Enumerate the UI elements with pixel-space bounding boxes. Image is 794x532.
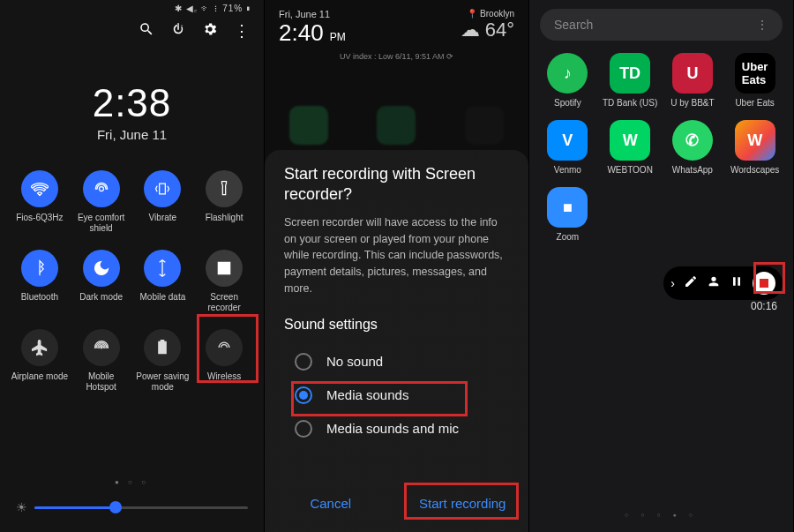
radio-media-sounds[interactable]: Media sounds — [288, 378, 509, 412]
qs-label: Screen recorder — [195, 292, 253, 313]
battery-icon — [144, 329, 181, 366]
clock-date: Fri, June 11 — [0, 127, 264, 142]
qs-label: Fios-6Q3Hz — [16, 213, 63, 223]
brightness-slider[interactable]: ☀ — [16, 500, 248, 514]
clock-time: 2:38 — [0, 81, 264, 125]
qs-tile-hotspot[interactable]: Mobile Hotspot — [72, 329, 131, 393]
app-whatsapp[interactable]: ✆WhatsApp — [663, 120, 723, 175]
app-label: TD Bank (US) — [603, 98, 657, 108]
app-icon: ♪ — [547, 53, 588, 94]
app-icon: V — [547, 120, 588, 161]
cancel-button[interactable]: Cancel — [265, 485, 397, 521]
app-venmo[interactable]: VVenmo — [538, 120, 597, 175]
search-bar[interactable]: Search ⋮ — [540, 9, 783, 41]
pager-dots: ● ○ ○ — [0, 478, 264, 486]
vibrate-icon — [144, 170, 181, 207]
qs-tile-data[interactable]: Mobile data — [134, 250, 192, 313]
wireless-icon — [206, 329, 243, 366]
app-label: WhatsApp — [672, 165, 713, 175]
power-icon[interactable] — [170, 21, 186, 41]
app-label: U by BB&T — [670, 98, 714, 108]
qs-label: Dark mode — [79, 292, 123, 303]
qs-label: Bluetooth — [21, 292, 58, 303]
brightness-icon: ☀ — [16, 500, 27, 514]
recorder-floating-toolbar[interactable]: › — [663, 266, 783, 300]
radio-media-and-mic[interactable]: Media sounds and mic — [288, 412, 509, 446]
dialog-panel: Fri, June 11 2:40 PM 📍 Brooklyn ☁ 64° UV… — [265, 0, 529, 532]
radio-label: Media sounds and mic — [326, 421, 459, 436]
app-u-by-bb-t[interactable]: UU by BB&T — [663, 53, 723, 108]
header-location: Brooklyn — [480, 9, 514, 19]
gear-icon[interactable] — [202, 21, 218, 41]
radio-icon — [295, 386, 312, 404]
app-td-bank-us-[interactable]: TDTD Bank (US) — [601, 53, 660, 108]
header-time: 2:40 — [279, 19, 324, 46]
qs-tile-record[interactable]: Screen recorder — [195, 250, 253, 313]
start-recording-button[interactable]: Start recording — [397, 485, 529, 521]
qs-tile-eye[interactable]: Eye comfort shield — [72, 170, 131, 234]
app-icon: U — [672, 53, 713, 94]
app-label: Wordscapes — [730, 165, 779, 175]
app-label: WEBTOON — [607, 165, 652, 175]
qs-label: Airplane mode — [11, 371, 68, 382]
search-placeholder: Search — [554, 18, 593, 32]
app-spotify[interactable]: ♪Spotify — [538, 53, 597, 108]
flashlight-icon — [206, 170, 243, 207]
dialog-description: Screen recorder will have access to the … — [284, 214, 509, 297]
lockscreen-clock: 2:38 Fri, June 11 — [0, 81, 264, 142]
chevron-right-icon[interactable]: › — [670, 276, 675, 290]
header-date: Fri, June 11 — [279, 9, 346, 19]
qs-label: Vibrate — [149, 213, 177, 223]
qs-label: Eye comfort shield — [72, 213, 131, 234]
app-icon: W — [610, 120, 650, 161]
qs-tile-flashlight[interactable]: Flashlight — [195, 170, 253, 234]
qs-tile-battery[interactable]: Power saving mode — [134, 329, 192, 393]
app-icon: TD — [610, 53, 650, 94]
app-icon: UberEats — [735, 53, 775, 94]
plane-icon — [21, 329, 58, 366]
qs-tile-plane[interactable]: Airplane mode — [11, 329, 69, 393]
pencil-icon[interactable] — [684, 274, 698, 292]
status-bar: ✱ ◀꜀ ᯤ ⫶ 71% ▮ — [0, 0, 264, 14]
app-wordscapes[interactable]: WWordscapes — [725, 120, 784, 175]
app-label: Zoom — [557, 232, 580, 242]
more-icon[interactable]: ⋮ — [234, 25, 250, 37]
app-webtoon[interactable]: WWEBTOON — [601, 120, 660, 175]
pager-dots: ○ ○ ○ ● ○ — [529, 512, 793, 518]
moon-icon — [83, 250, 120, 287]
qs-tile-wifi[interactable]: Fios-6Q3Hz — [11, 170, 69, 234]
qs-label: Power saving mode — [134, 371, 192, 393]
qs-label: Mobile data — [140, 292, 186, 303]
app-icon: ■ — [547, 187, 588, 228]
app-icon: ✆ — [672, 120, 713, 161]
qs-tile-wireless[interactable]: Wireless — [195, 329, 253, 393]
quick-settings-topbar: ⋮ — [0, 14, 264, 46]
hotspot-icon — [83, 329, 120, 366]
qs-tile-vibrate[interactable]: Vibrate — [134, 170, 192, 234]
header-temp: 64° — [485, 19, 514, 41]
search-icon[interactable] — [139, 21, 154, 41]
recording-timer: 00:16 — [751, 300, 777, 312]
pause-icon[interactable] — [730, 274, 744, 292]
quick-settings-panel: ✱ ◀꜀ ᯤ ⫶ 71% ▮ ⋮ 2:38 Fri, June 11 Fios-… — [0, 0, 265, 532]
qs-label: Wireless — [207, 371, 241, 382]
radio-icon — [295, 420, 312, 438]
radio-no-sound[interactable]: No sound — [288, 345, 509, 378]
qs-label: Mobile Hotspot — [72, 371, 131, 393]
radio-label: No sound — [326, 354, 383, 369]
eye-icon — [83, 170, 120, 207]
stop-icon — [760, 279, 768, 288]
person-icon[interactable] — [707, 274, 721, 292]
lockscreen-header: Fri, June 11 2:40 PM 📍 Brooklyn ☁ 64° — [265, 0, 528, 50]
radio-icon — [295, 353, 312, 371]
app-uber-eats[interactable]: UberEatsUber Eats — [725, 53, 784, 108]
dialog-section-header: Sound settings — [284, 317, 509, 333]
stop-button[interactable] — [753, 272, 775, 295]
header-meridiem: PM — [330, 31, 346, 43]
app-zoom[interactable]: ■Zoom — [538, 187, 597, 242]
dialog-title: Start recording with Screen recorder? — [284, 164, 509, 206]
qs-tile-bluetooth[interactable]: Bluetooth — [11, 250, 69, 313]
qs-tile-moon[interactable]: Dark mode — [72, 250, 131, 313]
more-icon[interactable]: ⋮ — [756, 18, 768, 32]
app-icon: W — [735, 120, 775, 161]
